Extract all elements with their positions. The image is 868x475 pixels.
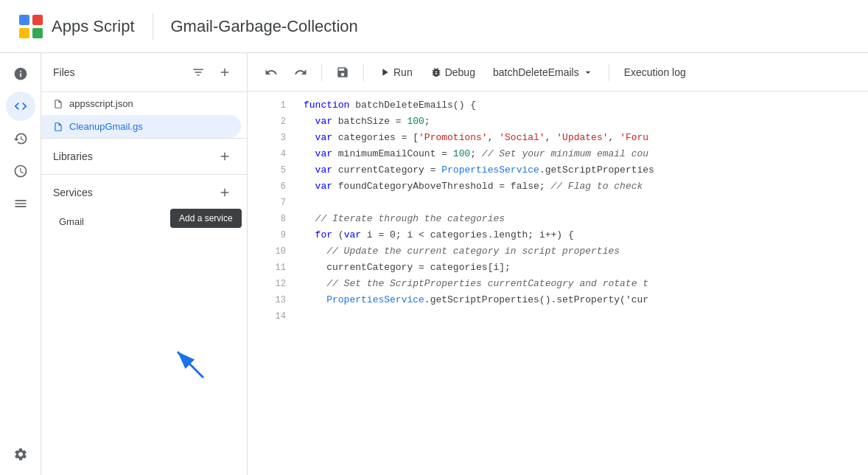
- libraries-section-header: Libraries: [41, 138, 247, 174]
- line-number-6: 6: [259, 178, 286, 195]
- redo-button[interactable]: [289, 60, 312, 84]
- line-number-2: 2: [259, 114, 286, 130]
- line-code-3: var categories = ['Promotions', 'Social'…: [304, 130, 856, 146]
- code-area: Run Debug batchDeleteEmails Execution lo…: [248, 53, 868, 475]
- add-service-tooltip-container: Add a service: [214, 182, 235, 203]
- header-divider: [153, 13, 153, 40]
- exec-log-button[interactable]: Execution log: [618, 63, 692, 81]
- debug-label: Debug: [445, 66, 475, 78]
- line-code-10: // Update the current category in script…: [304, 243, 856, 260]
- services-section-header: Services Add a service: [41, 174, 247, 210]
- files-header-actions: [188, 62, 235, 83]
- code-line-12: 12 // Set the ScriptProperties currentCa…: [248, 276, 868, 292]
- project-title: Gmail-Garbage-Collection: [171, 17, 358, 36]
- run-button[interactable]: Run: [373, 63, 419, 81]
- top-header: Apps Script Gmail-Garbage-Collection: [0, 0, 868, 53]
- toolbar-divider-2: [363, 63, 364, 81]
- exec-log-label: Execution log: [624, 66, 686, 78]
- run-label: Run: [393, 66, 413, 78]
- editor-nav-button[interactable]: [6, 91, 35, 121]
- history-nav-button[interactable]: [6, 124, 35, 153]
- line-number-11: 11: [259, 260, 286, 276]
- icon-sidebar: [0, 53, 41, 475]
- code-editor[interactable]: 1 function batchDeleteEmails() { 2 var b…: [248, 91, 868, 475]
- logo-area: Apps Script: [18, 13, 135, 40]
- line-number-10: 10: [259, 243, 286, 260]
- info-nav-button[interactable]: [6, 59, 35, 89]
- code-line-6: 6 var foundCategoryAboveThreshold = fals…: [248, 178, 868, 195]
- line-number-8: 8: [259, 211, 286, 227]
- line-number-4: 4: [259, 146, 286, 162]
- line-number-9: 9: [259, 227, 286, 243]
- main-layout: Files appsscript.json CleanupGmail.gs Li…: [0, 53, 868, 475]
- svg-rect-3: [32, 28, 43, 38]
- code-line-13: 13 PropertiesService.getScriptProperties…: [248, 292, 868, 308]
- line-code-6: var foundCategoryAboveThreshold = false;…: [304, 178, 856, 195]
- line-code-13: PropertiesService.getScriptProperties().…: [304, 292, 856, 308]
- toolbar: Run Debug batchDeleteEmails Execution lo…: [248, 53, 868, 91]
- service-item-gmail[interactable]: Gmail: [41, 210, 247, 233]
- code-line-10: 10 // Update the current category in scr…: [248, 243, 868, 260]
- file-item-cleanupgmail-label: CleanupGmail.gs: [69, 121, 143, 132]
- triggers-nav-button[interactable]: [6, 156, 35, 186]
- file-item-appsscript[interactable]: appsscript.json: [41, 92, 247, 115]
- service-item-gmail-label: Gmail: [59, 216, 84, 227]
- code-line-8: 8 // Iterate through the categories: [248, 211, 868, 227]
- services-label: Services: [53, 187, 93, 198]
- line-number-1: 1: [259, 97, 286, 114]
- code-line-7: 7: [248, 195, 868, 211]
- line-code-5: var currentCategory = PropertiesService.…: [304, 162, 856, 178]
- line-number-5: 5: [259, 162, 286, 178]
- code-line-1: 1 function batchDeleteEmails() {: [248, 97, 868, 114]
- line-code-11: currentCategory = categories[i];: [304, 260, 856, 276]
- file-panel: Files appsscript.json CleanupGmail.gs Li…: [41, 53, 248, 475]
- code-line-14: 14: [248, 308, 868, 325]
- svg-rect-1: [32, 15, 43, 25]
- line-number-13: 13: [259, 292, 286, 308]
- toolbar-divider-1: [321, 63, 322, 81]
- code-line-11: 11 currentCategory = categories[i];: [248, 260, 868, 276]
- debug-button[interactable]: Debug: [424, 63, 481, 81]
- deployments-nav-button[interactable]: [6, 189, 35, 218]
- code-line-2: 2 var batchSize = 100;: [248, 114, 868, 130]
- code-line-4: 4 var minimumEmailCount = 100; // Set yo…: [248, 146, 868, 162]
- code-line-9: 9 for (var i = 0; i < categories.length;…: [248, 227, 868, 243]
- line-number-7: 7: [259, 195, 286, 211]
- add-library-button[interactable]: [214, 146, 235, 167]
- code-line-5: 5 var currentCategory = PropertiesServic…: [248, 162, 868, 178]
- line-code-1: function batchDeleteEmails() {: [304, 97, 856, 114]
- code-line-3: 3 var categories = ['Promotions', 'Socia…: [248, 130, 868, 146]
- function-name: batchDeleteEmails: [493, 66, 579, 78]
- line-number-3: 3: [259, 130, 286, 146]
- add-service-button[interactable]: [214, 182, 235, 203]
- line-number-14: 14: [259, 308, 286, 325]
- files-section-header: Files: [41, 53, 247, 92]
- line-code-4: var minimumEmailCount = 100; // Set your…: [304, 146, 856, 162]
- line-code-9: for (var i = 0; i < categories.length; i…: [304, 227, 856, 243]
- svg-rect-0: [19, 15, 29, 25]
- add-file-button[interactable]: [214, 62, 235, 83]
- apps-script-logo: [18, 13, 44, 40]
- app-title: Apps Script: [52, 17, 135, 36]
- file-item-appsscript-label: appsscript.json: [69, 98, 133, 109]
- toolbar-divider-3: [609, 63, 609, 81]
- line-number-12: 12: [259, 276, 286, 292]
- line-code-2: var batchSize = 100;: [304, 114, 856, 130]
- files-label: Files: [53, 66, 75, 78]
- svg-line-5: [178, 352, 203, 378]
- libraries-label: Libraries: [53, 150, 93, 162]
- arrow-annotation: [170, 344, 214, 389]
- settings-nav-button[interactable]: [6, 440, 35, 469]
- file-item-cleanupgmail[interactable]: CleanupGmail.gs: [41, 115, 241, 138]
- sort-files-button[interactable]: [188, 62, 209, 83]
- line-code-12: // Set the ScriptProperties currentCateo…: [304, 276, 856, 292]
- line-code-8: // Iterate through the categories: [304, 211, 856, 227]
- undo-button[interactable]: [259, 60, 283, 84]
- save-button[interactable]: [331, 60, 354, 84]
- function-selector[interactable]: batchDeleteEmails: [487, 63, 600, 81]
- svg-rect-2: [19, 28, 29, 38]
